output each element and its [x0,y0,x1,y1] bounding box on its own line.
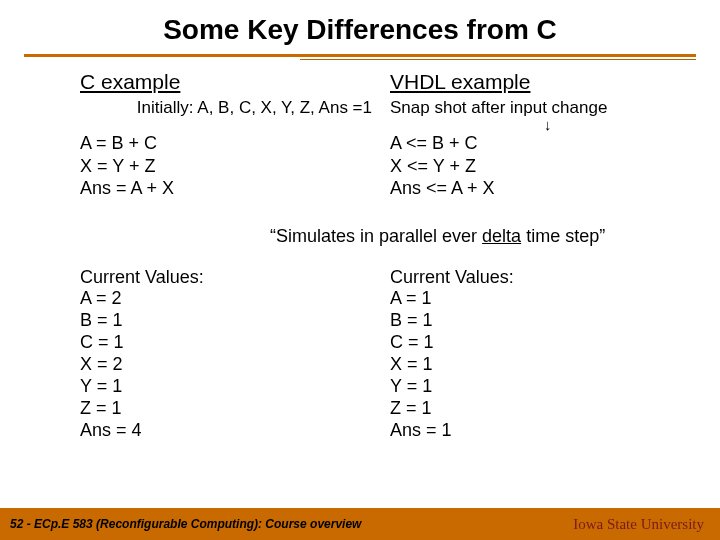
c-values-block: Current Values: A = 2 B = 1 C = 1 X = 2 … [80,267,390,443]
simulation-quote: “Simulates in parallel ever delta time s… [80,226,686,247]
c-code-block: A = B + C X = Y + Z Ans = A + X [80,132,390,200]
vhdl-code-line: X <= Y + Z [390,155,495,178]
vhdl-values-header: Current Values: [390,267,514,289]
c-value-z: Z = 1 [80,398,390,420]
vhdl-value-z: Z = 1 [390,398,514,420]
snapshot-label-wrap: Snap shot after input change ↓ [390,98,607,118]
initial-row: Initially: A, B, C, X, Y, Z, Ans =1 Snap… [80,98,686,118]
c-code-line: X = Y + Z [80,155,390,178]
slide-number: 52 [10,517,23,531]
vhdl-code-line: A <= B + C [390,132,495,155]
slide-container: Some Key Differences from C C example VH… [0,0,720,540]
values-row: Current Values: A = 2 B = 1 C = 1 X = 2 … [80,267,686,443]
vhdl-value-x: X = 1 [390,354,514,376]
footer-university: Iowa State University [573,516,704,533]
vhdl-value-y: Y = 1 [390,376,514,398]
example-headings-row: C example VHDL example [80,70,686,94]
vhdl-value-b: B = 1 [390,310,514,332]
c-code-line: Ans = A + X [80,177,390,200]
c-values-header: Current Values: [80,267,390,289]
quote-post: time step” [521,226,605,246]
c-value-a: A = 2 [80,288,390,310]
c-value-b: B = 1 [80,310,390,332]
quote-pre: “Simulates in parallel ever [270,226,482,246]
slide-footer: 52 - ECp.E 583 (Reconfigurable Computing… [0,508,720,540]
course-label: - ECp.E 583 (Reconfigurable Computing): … [23,517,361,531]
c-value-x: X = 2 [80,354,390,376]
vhdl-code-line: Ans <= A + X [390,177,495,200]
c-value-c: C = 1 [80,332,390,354]
title-rule-thick [24,54,696,57]
code-row: A = B + C X = Y + Z Ans = A + X A <= B +… [80,132,686,200]
footer-left: 52 - ECp.E 583 (Reconfigurable Computing… [10,517,361,531]
vhdl-code-block: A <= B + C X <= Y + Z Ans <= A + X [390,132,495,200]
vhdl-value-a: A = 1 [390,288,514,310]
down-arrow-icon: ↓ [544,120,552,130]
c-code-line: A = B + C [80,132,390,155]
slide-title: Some Key Differences from C [0,0,720,46]
vhdl-value-c: C = 1 [390,332,514,354]
vhdl-values-block: Current Values: A = 1 B = 1 C = 1 X = 1 … [390,267,514,443]
snapshot-label: Snap shot after input change [390,98,607,117]
quote-delta: delta [482,226,521,246]
c-value-y: Y = 1 [80,376,390,398]
content-area: C example VHDL example Initially: A, B, … [0,60,720,442]
vhdl-value-ans: Ans = 1 [390,420,514,442]
c-example-heading: C example [80,70,380,94]
initial-values-label: Initially: A, B, C, X, Y, Z, Ans =1 [80,98,390,118]
vhdl-example-heading: VHDL example [390,70,530,94]
c-value-ans: Ans = 4 [80,420,390,442]
